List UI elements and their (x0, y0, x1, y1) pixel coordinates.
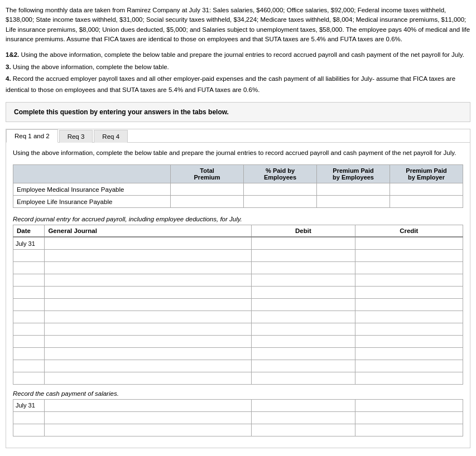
journal2-credit-2[interactable] (355, 411, 463, 424)
journal2-desc-2[interactable] (45, 411, 252, 424)
journal-desc-8[interactable] (45, 323, 252, 335)
journal2-debit-3-input[interactable] (254, 426, 352, 433)
journal-desc-11-input[interactable] (47, 362, 249, 369)
journal2-credit-3[interactable] (355, 424, 463, 436)
journal2-credit-1-input[interactable] (358, 402, 460, 409)
journal-debit-12[interactable] (252, 372, 355, 384)
journal-credit-12[interactable] (355, 372, 463, 384)
journal-desc-3-input[interactable] (47, 264, 249, 271)
journal-debit-9-input[interactable] (254, 338, 352, 345)
journal-credit-5-input[interactable] (358, 289, 460, 295)
premium-er-life[interactable] (390, 196, 463, 208)
journal-debit-2-input[interactable] (254, 252, 352, 259)
journal-desc-2-input[interactable] (47, 252, 249, 259)
journal-debit-12-input[interactable] (254, 375, 352, 381)
premium-pct-life-input[interactable] (247, 198, 313, 205)
tab-req-4[interactable]: Req 4 (94, 130, 128, 143)
journal-debit-8-input[interactable] (254, 326, 352, 332)
journal-credit-9-input[interactable] (358, 338, 460, 345)
premium-emp-life-input[interactable] (320, 198, 386, 205)
journal-desc-6-input[interactable] (47, 301, 249, 308)
journal-debit-11[interactable] (252, 360, 355, 372)
journal-credit-8-input[interactable] (358, 326, 460, 332)
journal-credit-1-input[interactable] (358, 240, 460, 247)
journal-credit-10-input[interactable] (358, 350, 460, 357)
journal2-debit-3[interactable] (252, 424, 355, 436)
journal-credit-11[interactable] (355, 360, 463, 372)
journal-desc-2[interactable] (45, 249, 252, 261)
journal-credit-11-input[interactable] (358, 362, 460, 369)
journal-debit-10-input[interactable] (254, 350, 352, 357)
journal-credit-8[interactable] (355, 323, 463, 335)
premium-emp-life[interactable] (317, 196, 390, 208)
premium-total-medical-input[interactable] (174, 186, 240, 193)
premium-total-life-input[interactable] (174, 198, 240, 205)
journal-credit-12-input[interactable] (358, 375, 460, 381)
journal-desc-5-input[interactable] (47, 289, 249, 295)
journal-credit-3-input[interactable] (358, 264, 460, 271)
tab-req-1-2[interactable]: Req 1 and 2 (6, 129, 58, 143)
journal-credit-2-input[interactable] (358, 252, 460, 259)
journal2-debit-1-input[interactable] (254, 402, 352, 409)
journal2-credit-3-input[interactable] (358, 426, 460, 433)
journal-credit-6[interactable] (355, 298, 463, 311)
journal-desc-12-input[interactable] (47, 375, 249, 381)
journal-credit-4[interactable] (355, 274, 463, 286)
premium-er-life-input[interactable] (393, 198, 459, 205)
journal-desc-8-input[interactable] (47, 326, 249, 332)
premium-total-medical[interactable] (171, 183, 244, 196)
journal-debit-6[interactable] (252, 298, 355, 311)
journal-credit-9[interactable] (355, 335, 463, 347)
journal-debit-5[interactable] (252, 286, 355, 298)
journal-credit-6-input[interactable] (358, 301, 460, 308)
journal-debit-4-input[interactable] (254, 276, 352, 283)
journal-debit-11-input[interactable] (254, 362, 352, 369)
journal-debit-7[interactable] (252, 311, 355, 323)
journal-debit-4[interactable] (252, 274, 355, 286)
journal-credit-4-input[interactable] (358, 276, 460, 283)
journal-debit-3-input[interactable] (254, 264, 352, 271)
premium-pct-medical-input[interactable] (247, 186, 313, 193)
premium-emp-medical[interactable] (317, 183, 390, 196)
journal-debit-10[interactable] (252, 347, 355, 360)
premium-pct-life[interactable] (244, 196, 317, 208)
journal-desc-11[interactable] (45, 360, 252, 372)
journal-debit-3[interactable] (252, 261, 355, 274)
premium-pct-medical[interactable] (244, 183, 317, 196)
journal-debit-5-input[interactable] (254, 289, 352, 295)
journal-credit-5[interactable] (355, 286, 463, 298)
journal-desc-3[interactable] (45, 261, 252, 274)
journal2-credit-1[interactable] (355, 399, 463, 411)
premium-emp-medical-input[interactable] (320, 186, 386, 193)
journal-desc-4[interactable] (45, 274, 252, 286)
journal2-debit-2[interactable] (252, 411, 355, 424)
journal-debit-7-input[interactable] (254, 313, 352, 320)
journal2-desc-2-input[interactable] (47, 414, 249, 421)
journal-desc-12[interactable] (45, 372, 252, 384)
tab-req-3[interactable]: Req 3 (59, 130, 93, 143)
journal2-desc-3-input[interactable] (47, 426, 249, 433)
journal2-credit-2-input[interactable] (358, 414, 460, 421)
journal-desc-1[interactable] (45, 237, 252, 249)
premium-er-medical[interactable] (390, 183, 463, 196)
journal-credit-10[interactable] (355, 347, 463, 360)
journal-debit-2[interactable] (252, 249, 355, 261)
journal2-debit-2-input[interactable] (254, 414, 352, 421)
journal-desc-1-input[interactable] (47, 240, 249, 247)
journal-desc-9-input[interactable] (47, 338, 249, 345)
journal-desc-10[interactable] (45, 347, 252, 360)
journal-credit-2[interactable] (355, 249, 463, 261)
journal-credit-1[interactable] (355, 237, 463, 249)
journal-debit-9[interactable] (252, 335, 355, 347)
journal-desc-7[interactable] (45, 311, 252, 323)
journal-debit-1[interactable] (252, 237, 355, 249)
premium-er-medical-input[interactable] (393, 186, 459, 193)
journal-credit-3[interactable] (355, 261, 463, 274)
journal-debit-6-input[interactable] (254, 301, 352, 308)
journal-debit-8[interactable] (252, 323, 355, 335)
journal-desc-4-input[interactable] (47, 276, 249, 283)
journal-debit-1-input[interactable] (254, 240, 352, 247)
journal-desc-10-input[interactable] (47, 350, 249, 357)
journal-credit-7[interactable] (355, 311, 463, 323)
journal-credit-7-input[interactable] (358, 313, 460, 320)
